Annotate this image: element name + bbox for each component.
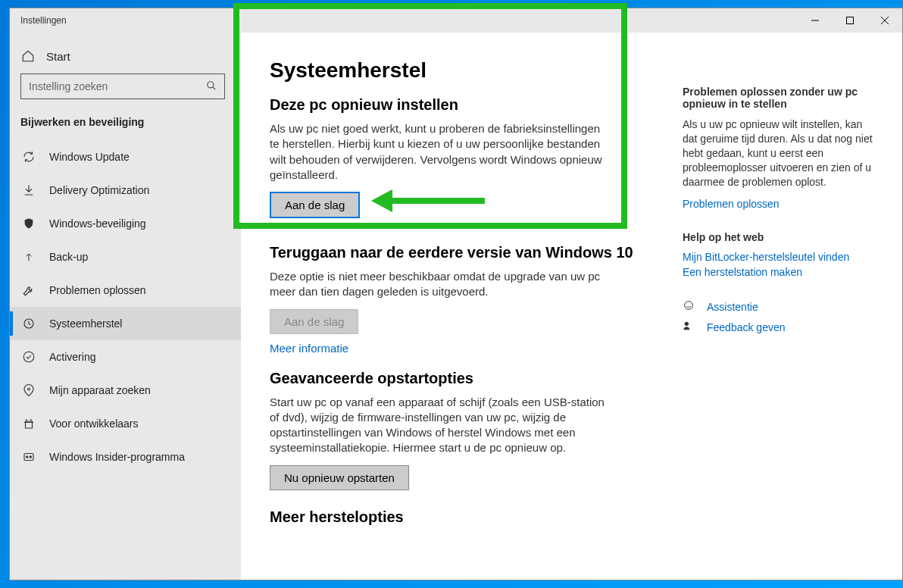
- goback-button: Aan de slag: [270, 309, 358, 334]
- category-label: Bijwerken en beveiliging: [10, 111, 241, 140]
- minimize-button[interactable]: [798, 8, 833, 33]
- close-button[interactable]: [867, 8, 902, 33]
- recovery-icon: [20, 317, 37, 330]
- sidebar-item-label: Voor ontwikkelaars: [49, 418, 139, 430]
- download-icon: [20, 183, 37, 197]
- goback-section: Teruggaan naar de eerdere versie van Win…: [270, 244, 660, 355]
- sync-icon: [20, 150, 37, 164]
- sidebar-item-label: Activering: [49, 351, 95, 363]
- help-troubleshoot: Problemen oplossen zonder uw pc opnieuw …: [683, 86, 887, 210]
- sidebar-item-label: Problemen oplossen: [49, 284, 146, 296]
- reset-get-started-button[interactable]: Aan de slag: [270, 192, 360, 218]
- help-support: Assistentie Feedback geven: [683, 299, 887, 334]
- svg-point-11: [30, 456, 31, 458]
- reset-heading: Deze pc opnieuw instellen: [270, 96, 660, 114]
- home-label: Start: [46, 50, 70, 63]
- sidebar-item-windows-security[interactable]: Windows-beveiliging: [10, 207, 241, 240]
- home-button[interactable]: Start: [10, 45, 241, 74]
- sidebar-item-label: Mijn apparaat zoeken: [49, 384, 151, 396]
- sidebar-item-insider[interactable]: Windows Insider-programma: [10, 440, 241, 474]
- goback-heading: Teruggaan naar de eerdere versie van Win…: [270, 244, 660, 261]
- feedback-link[interactable]: Feedback geven: [707, 321, 786, 333]
- svg-point-4: [208, 81, 214, 87]
- main-area: Systeemherstel Deze pc opnieuw instellen…: [241, 33, 902, 580]
- settings-window: Instellingen Start Instelling zoeken: [9, 8, 903, 580]
- sidebar-item-label: Delivery Optimization: [49, 184, 149, 196]
- backup-icon: [20, 250, 37, 264]
- window-controls: [798, 8, 902, 33]
- bitlocker-link[interactable]: Mijn BitLocker-herstelsleutel vinden: [683, 251, 887, 263]
- reset-body: Als uw pc niet goed werkt, kunt u prober…: [270, 121, 611, 183]
- svg-point-13: [685, 322, 689, 326]
- help-heading: Problemen oplossen zonder uw pc opnieuw …: [683, 86, 887, 110]
- wrench-icon: [20, 283, 37, 297]
- support-icon: [683, 299, 696, 314]
- goback-learn-more-link[interactable]: Meer informatie: [270, 342, 660, 355]
- content: Systeemherstel Deze pc opnieuw instellen…: [241, 48, 683, 580]
- sidebar-item-label: Windows Insider-programma: [49, 451, 185, 463]
- sidebar-item-troubleshoot[interactable]: Problemen oplossen: [10, 274, 241, 307]
- page-title: Systeemherstel: [270, 58, 660, 83]
- svg-point-12: [685, 302, 693, 310]
- search-icon: [206, 80, 217, 93]
- sidebar-item-label: Windows-beveiliging: [49, 217, 146, 230]
- feedback-row[interactable]: Feedback geven: [683, 320, 887, 334]
- shield-icon: [20, 217, 37, 230]
- advanced-restart-button[interactable]: Nu opnieuw opstarten: [270, 465, 409, 490]
- right-pane: Problemen oplossen zonder uw pc opnieuw …: [683, 48, 902, 580]
- sidebar-item-backup[interactable]: Back-up: [10, 240, 241, 274]
- svg-point-7: [23, 352, 34, 362]
- feedback-icon: [683, 320, 696, 334]
- nav-list: Windows Update Delivery Optimization Win…: [10, 140, 241, 474]
- sidebar-item-delivery-optimization[interactable]: Delivery Optimization: [10, 174, 241, 207]
- help-web: Help op het web Mijn BitLocker-herstelsl…: [683, 231, 887, 278]
- advanced-section: Geavanceerde opstartopties Start uw pc o…: [270, 370, 660, 490]
- sidebar-item-label: Systeemherstel: [49, 317, 122, 330]
- svg-rect-9: [24, 454, 33, 461]
- location-icon: [20, 383, 37, 397]
- sidebar-item-find-device[interactable]: Mijn apparaat zoeken: [10, 374, 241, 407]
- svg-rect-1: [847, 17, 854, 24]
- sidebar: Start Instelling zoeken Bijwerken en bev…: [10, 33, 241, 580]
- assist-link[interactable]: Assistentie: [707, 301, 758, 313]
- insider-icon: [20, 450, 37, 464]
- assist-row[interactable]: Assistentie: [683, 299, 887, 314]
- more-heading: Meer herstelopties: [270, 508, 660, 526]
- svg-point-8: [28, 388, 30, 390]
- maximize-button[interactable]: [833, 8, 867, 33]
- sidebar-item-label: Windows Update: [49, 151, 130, 163]
- sidebar-item-recovery[interactable]: Systeemherstel: [10, 307, 241, 340]
- titlebar: Instellingen: [10, 8, 902, 33]
- check-icon: [20, 350, 37, 364]
- sidebar-item-label: Back-up: [49, 251, 88, 263]
- sidebar-item-developers[interactable]: Voor ontwikkelaars: [10, 407, 241, 440]
- goback-body: Deze optie is niet meer beschikbaar omda…: [270, 269, 611, 300]
- reset-pc-section: Deze pc opnieuw instellen Als uw pc niet…: [270, 96, 660, 218]
- svg-line-5: [213, 86, 216, 89]
- troubleshoot-link[interactable]: Problemen oplossen: [683, 198, 887, 210]
- window-title: Instellingen: [20, 15, 67, 26]
- search-placeholder: Instelling zoeken: [29, 80, 108, 92]
- web-heading: Help op het web: [683, 231, 887, 243]
- more-section: Meer herstelopties: [270, 508, 660, 526]
- developer-icon: [20, 417, 37, 430]
- advanced-body: Start uw pc op vanaf een apparaat of sch…: [270, 395, 611, 456]
- home-icon: [20, 49, 36, 63]
- recovery-drive-link[interactable]: Een herstelstation maken: [683, 266, 887, 278]
- sidebar-item-activation[interactable]: Activering: [10, 340, 241, 374]
- svg-point-10: [27, 456, 28, 458]
- help-body: Als u uw pc opnieuw wilt instellen, kan …: [683, 117, 880, 189]
- search-input[interactable]: Instelling zoeken: [20, 74, 225, 99]
- advanced-heading: Geavanceerde opstartopties: [270, 370, 660, 387]
- sidebar-item-windows-update[interactable]: Windows Update: [10, 140, 241, 174]
